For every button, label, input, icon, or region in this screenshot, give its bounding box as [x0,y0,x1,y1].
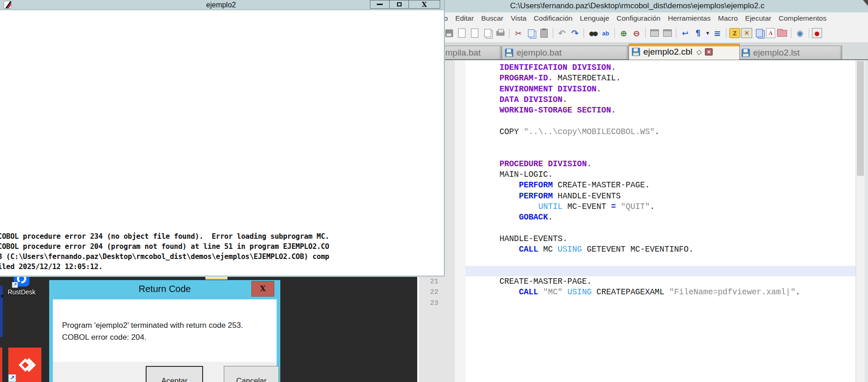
copy-icon[interactable] [525,27,537,39]
macro-record-icon[interactable]: ● [812,28,822,38]
maximize-icon [397,2,402,6]
fold-margin [455,60,465,382]
corner-wedge [863,0,868,6]
close-all-files-icon[interactable] [482,27,494,39]
notepadpp-window: C:\Users\fernando.paz\Desktop\rmcobol_di… [417,0,868,382]
doc-monitor-icon[interactable] [661,27,673,39]
find-icon[interactable]: ●● [587,27,599,39]
dialog-close-button[interactable]: X [251,281,274,297]
line-number: 22 [419,287,455,298]
dialog-body: Program 'ejemplo2' terminated with retur… [53,299,277,362]
remote-app-desktop-icon[interactable]: ↗ [8,348,41,382]
partial-icon-glyph: x [0,293,4,299]
line-number: 21 [419,276,455,287]
tab-ejemplo-bat[interactable]: ejemplo.bat [502,45,629,60]
menu-item-complementos[interactable]: Complementos [775,14,830,22]
return-code-dialog: Return Code X Program 'ejemplo2' termina… [49,280,280,382]
line-number: 23 [419,298,455,309]
compare-plugin-icon[interactable] [753,27,765,39]
paste-icon[interactable] [538,27,550,39]
notepadpp-title: C:\Users\fernando.paz\Desktop\rmcobol_di… [510,1,765,11]
toolbar-separator [791,28,791,38]
minimize-button[interactable] [370,0,390,9]
menu-item-vista[interactable]: Vista [507,14,530,22]
doc-switch-icon[interactable] [648,27,660,39]
folder-plugin-icon[interactable] [776,27,788,39]
screen: x ↗ RustDesk ↗ C:\Users\fernando.paz\Des… [0,0,868,382]
partial-icon-red [0,348,2,382]
menu-item-codificación[interactable]: Codificación [530,14,576,22]
remote-app-icon: ↗ [8,348,41,382]
minimize-icon [377,4,383,5]
menu-item-ejecutar[interactable]: Ejecutar [742,14,775,22]
window-sliver [205,276,227,280]
replace-icon[interactable]: ab [600,27,612,39]
saved-file-icon [505,49,513,57]
dialog-message-line2: COBOL error code: 204. [62,331,277,343]
saved-file-icon [632,48,640,56]
editor-area[interactable]: 212223 IDENTIFICATION DIVISION. PROGRAM-… [417,60,868,382]
shortcut-arrow-icon: ↗ [8,374,16,382]
zoom-in-icon[interactable]: ⊕ [618,27,630,39]
console-window-controls: X [370,0,440,9]
notepadpp-titlebar[interactable]: C:\Users\fernando.paz\Desktop\rmcobol_di… [417,0,868,12]
dialog-message-line1: Program 'ejemplo2' terminated with retur… [62,320,277,331]
close-button[interactable]: X [409,0,440,9]
cut-icon[interactable]: ✂ [512,27,524,39]
cancel-button[interactable]: Cancelar [224,366,279,382]
toolbar-separator [614,28,615,38]
tab-label: ejemplo.bat [516,48,562,58]
tab-mpila-bat[interactable]: mpila.bat [442,45,502,60]
close-tab-icon[interactable]: × [705,48,713,56]
menubar: oEditarBuscarVistaCodificaciónLenguajeCo… [417,12,868,24]
close-icon: X [422,1,427,8]
symbols-dropdown-icon[interactable]: ▼ [705,27,710,39]
menu-item-configuración[interactable]: Configuración [613,14,664,22]
pdf-plugin-icon[interactable]: A [766,28,775,38]
accept-button[interactable]: Aceptar [146,366,203,382]
toolbar-separator [509,28,510,38]
scrollbar-thumb[interactable] [857,61,864,176]
toolbar-separator [553,28,553,38]
menu-item-lenguaje[interactable]: Lenguaje [576,14,613,22]
new-file-icon[interactable] [456,27,468,39]
dialog-footer: Aceptar Cancelar [53,362,277,382]
rustdesk-label: RustDesk [6,288,37,296]
tab-ejemplo2-cbl[interactable]: ejemplo2.cbl◇× [629,44,740,60]
dialog-message: Program 'ejemplo2' terminated with retur… [62,320,277,343]
close-file-icon[interactable] [469,27,481,39]
spellcheck-eye-icon[interactable]: ◉ [794,27,806,39]
tab-label: ejemplo2.cbl [643,47,692,57]
shortcut-arrow-icon: ↗ [12,282,18,288]
indent-guide-icon[interactable]: ≡ [711,27,723,39]
active-tab-stripe [629,44,739,46]
vertical-scrollbar[interactable] [856,60,865,382]
toolbar-separator [584,28,584,38]
menu-item-editar[interactable]: Editar [452,14,478,22]
console-window: ejemplo2 X COBOL procedure error 234 (no… [0,0,445,277]
print-icon[interactable] [494,27,506,39]
explorer-plugin-icon[interactable]: ✕ [741,28,752,38]
tab-ejemplo2-lst[interactable]: ejemplo2.lst [738,45,842,60]
pin-tab-icon[interactable]: ◇ [696,47,703,56]
menu-item-macro[interactable]: Macro [714,14,741,22]
menu-item-herramientas[interactable]: Herramientas [664,14,714,22]
menu-item-buscar[interactable]: Buscar [477,14,507,22]
execute-plugin-icon[interactable]: Z [729,28,740,38]
console-output: COBOL procedure error 234 (no object fil… [0,231,329,272]
dialog-title: Return Code [49,284,280,294]
redo-icon[interactable]: ↷ [569,27,581,39]
show-symbols-icon[interactable]: ¶ [692,27,704,39]
zoom-out-icon[interactable]: ⊖ [630,27,642,39]
tab-label: mpila.bat [445,48,481,58]
window-right-frame [865,60,868,382]
word-wrap-icon[interactable]: ↩ [679,27,691,39]
saved-file-icon [742,49,750,57]
code-text[interactable]: IDENTIFICATION DIVISION. PROGRAM-ID. MAS… [465,62,856,309]
toolbar-separator [726,28,726,38]
undo-icon[interactable]: ↶ [556,27,568,39]
toolbar-separator [809,28,809,38]
maximize-button[interactable] [390,0,409,9]
toolbar: ✂↶↷●●ab⊕⊖↩¶▼≡Z✕A◉● [417,24,868,42]
tabbar: mpila.batejemplo.batejemplo2.cbl◇×ejempl… [417,42,868,60]
